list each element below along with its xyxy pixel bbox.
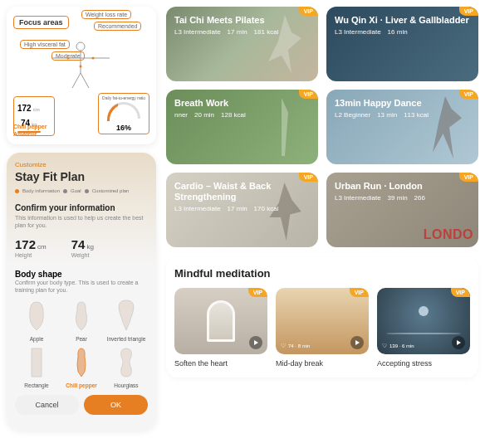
workout-title: Wu Qin Xi · Liver & Gallbladder — [335, 15, 470, 26]
workout-card[interactable]: VIPUrban Run · LondonL3 Intermediate 39 … — [326, 173, 478, 247]
workout-title: 13min Happy Dance — [335, 98, 470, 109]
body-type-label: Chili pepper — [13, 124, 47, 130]
gauge-title: Daily fat-to-energy ratio — [100, 95, 147, 100]
workout-meta: nner 20 min 128 kcal — [174, 111, 310, 119]
shape-option-chili-pepper[interactable]: Chili pepper — [60, 345, 103, 388]
svg-point-5 — [67, 57, 70, 60]
body-shape-sub: Confirm your body type. This is used to … — [15, 279, 148, 294]
vip-badge: VIP — [459, 90, 478, 99]
tag-weight-loss: Weight loss rate — [81, 10, 131, 19]
weight-item[interactable]: 74kg Weight — [71, 237, 94, 258]
workout-title: Urban Run · London — [335, 181, 470, 192]
workout-title: Tai Chi Meets Pilates — [174, 15, 310, 26]
weight-value: 74 — [71, 237, 86, 251]
meditation-name: Soften the heart — [174, 359, 267, 368]
workout-meta: L3 Intermediate 16 min — [335, 28, 470, 36]
step-dot-icon — [85, 189, 89, 193]
cancel-button[interactable]: Cancel — [15, 395, 79, 415]
plan-steps: Body information Goal Customized plan — [15, 188, 148, 193]
meditation-meta: 74 · 8 min — [281, 343, 310, 349]
play-icon[interactable] — [350, 336, 364, 349]
meditation-section: Mindful meditation VIPSoften the heartVI… — [166, 257, 478, 377]
height-value: 172 — [15, 237, 36, 251]
vip-badge: VIP — [459, 7, 478, 16]
meditation-thumb[interactable]: VIP — [174, 288, 267, 354]
vip-badge: VIP — [299, 173, 318, 182]
meditation-meta: 139 · 6 min — [382, 343, 414, 349]
workout-meta: L2 Beginner 13 min 113 kcal — [335, 111, 470, 119]
workout-card[interactable]: VIPBreath Worknner 20 min 128 kcal — [166, 90, 318, 164]
workout-meta: L3 Intermediate 39 min 266 — [335, 194, 470, 202]
shape-name: Hourglass — [105, 382, 148, 388]
svg-line-3 — [72, 73, 81, 88]
focus-areas-panel: Focus areas Weight loss rate Recommended… — [7, 7, 156, 144]
plan-title: Stay Fit Plan — [15, 170, 148, 183]
shape-option-hourglass[interactable]: Hourglass — [105, 345, 148, 388]
meditation-thumb[interactable]: VIP74 · 8 min — [276, 288, 369, 354]
play-icon[interactable] — [249, 336, 262, 349]
meditation-card[interactable]: VIP139 · 6 minAccepting stress — [377, 288, 470, 368]
vip-badge: VIP — [459, 173, 478, 182]
meditation-title: Mindful meditation — [174, 267, 470, 280]
workout-card[interactable]: VIP13min Happy DanceL2 Beginner 13 min 1… — [326, 90, 478, 164]
gauge-box: Daily fat-to-energy ratio 16% — [98, 93, 149, 134]
body-shape-title: Body shape — [15, 270, 148, 279]
step-body-info: Body information — [22, 188, 60, 193]
ok-button[interactable]: OK — [84, 395, 148, 415]
svg-point-0 — [76, 42, 85, 51]
meditation-card[interactable]: VIPSoften the heart — [174, 288, 267, 368]
workout-grid: VIPTai Chi Meets PilatesL3 Intermediate … — [166, 7, 478, 247]
play-icon[interactable] — [452, 336, 465, 349]
tag-recommended: Recommended — [94, 22, 141, 31]
gauge-arc-icon — [107, 102, 140, 119]
svg-point-7 — [80, 66, 82, 68]
shapes-grid: ApplePearInverted triangleRectangleChili… — [15, 299, 148, 388]
meditation-card[interactable]: VIP74 · 8 minMid-day break — [276, 288, 369, 368]
overlay-text: LONDO — [424, 227, 473, 242]
shape-name: Rectangle — [15, 382, 58, 388]
focus-title: Focus areas — [13, 16, 69, 29]
vip-badge: VIP — [451, 288, 470, 297]
step-custom-plan: Customized plan — [92, 188, 130, 193]
shape-name: Apple — [15, 336, 58, 342]
workout-title: Cardio – Waist & Back Strengthening — [174, 181, 310, 202]
meditation-thumb[interactable]: VIP139 · 6 min — [377, 288, 470, 354]
body-figure-icon — [43, 40, 118, 90]
stat-labels: Chili pepper Amateur — [13, 124, 47, 138]
workout-meta: L3 Intermediate 17 min 170 kcal — [174, 205, 310, 212]
vip-badge: VIP — [350, 288, 369, 297]
shape-option-rectangle[interactable]: Rectangle — [15, 345, 58, 388]
step-dot-icon — [63, 189, 67, 193]
shape-option-apple[interactable]: Apple — [15, 299, 58, 342]
workout-card[interactable]: VIPTai Chi Meets PilatesL3 Intermediate … — [166, 7, 318, 81]
shape-name: Inverted triangle — [105, 336, 148, 342]
plan-panel: Customize Stay Fit Plan Body information… — [7, 153, 156, 430]
meditation-grid: VIPSoften the heartVIP74 · 8 minMid-day … — [174, 288, 470, 368]
svg-line-4 — [81, 73, 89, 88]
vip-badge: VIP — [248, 288, 267, 297]
vip-badge: VIP — [299, 90, 318, 99]
step-dot-icon — [15, 189, 19, 193]
workout-card[interactable]: VIPWu Qin Xi · Liver & GallbladderL3 Int… — [326, 7, 478, 81]
meditation-name: Mid-day break — [276, 359, 369, 368]
height-val: 172 — [17, 104, 32, 113]
shape-name: Pear — [60, 336, 103, 342]
shape-option-pear[interactable]: Pear — [60, 299, 103, 342]
gauge-value: 16% — [100, 124, 147, 132]
svg-point-6 — [92, 57, 95, 60]
shape-option-inverted-triangle[interactable]: Inverted triangle — [105, 299, 148, 342]
customize-label[interactable]: Customize — [15, 161, 148, 168]
vip-badge: VIP — [299, 7, 318, 16]
confirm-sub: This information is used to help us crea… — [15, 214, 148, 229]
workout-title: Breath Work — [174, 98, 310, 109]
workout-card[interactable]: VIPCardio – Waist & Back StrengtheningL3… — [166, 173, 318, 247]
workout-meta: L3 Intermediate 17 min 181 kcal — [174, 28, 310, 36]
fitness-level-label: Amateur — [13, 131, 47, 138]
shape-name: Chili pepper — [60, 382, 103, 388]
step-goal: Goal — [71, 188, 81, 193]
height-item[interactable]: 172cm Height — [15, 237, 47, 258]
confirm-title: Confirm your information — [15, 203, 148, 212]
meditation-name: Accepting stress — [377, 359, 470, 368]
